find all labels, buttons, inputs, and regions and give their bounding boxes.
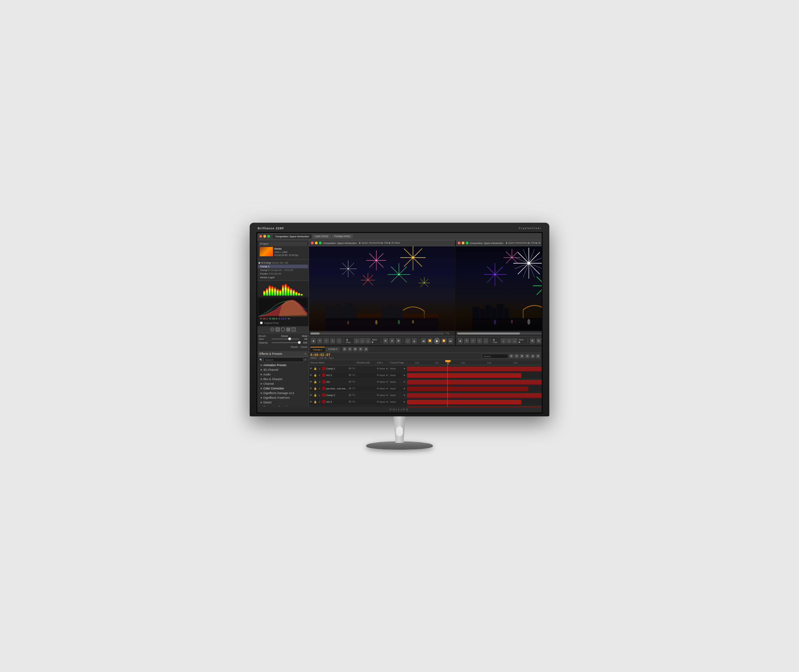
brush-clone[interactable]: Clone — [281, 334, 288, 338]
prev-btn-left[interactable]: ✕ — [317, 338, 322, 344]
eye-icon[interactable]: 👁 — [310, 367, 313, 370]
lock-icon[interactable]: 🔒 — [314, 374, 317, 377]
row-color[interactable] — [322, 380, 326, 384]
lock-icon[interactable]: 🔒 — [314, 367, 317, 370]
close-button-brush[interactable]: Close — [301, 346, 307, 349]
tl-r-1[interactable]: | — [501, 338, 506, 344]
lock-icon[interactable]: 🔒 — [314, 387, 317, 390]
grid-btn-right[interactable]: ⊟ — [536, 338, 541, 344]
link-arrow[interactable]: ▼ — [386, 374, 388, 376]
tree-item-footer[interactable]: Footer 0:01:50.00 — [258, 272, 308, 275]
eye-icon[interactable]: 👁 — [310, 400, 313, 403]
video-tab-right[interactable]: Composition: Space Introduction — [470, 242, 503, 244]
back-btn-left[interactable]: ⏪ — [428, 338, 432, 344]
row-color[interactable] — [322, 387, 326, 390]
effect-blur-sharpen[interactable]: ▶ Blur & Sharpen — [258, 377, 308, 381]
tool-icon-4[interactable] — [286, 328, 290, 331]
vol-btn-left[interactable]: ▲ — [412, 338, 417, 344]
solo-btn-left[interactable]: ⊞ — [383, 338, 388, 344]
tool-icon-5[interactable] — [291, 328, 296, 331]
tab-footage[interactable]: Footage (none) — [331, 234, 353, 238]
row-color[interactable] — [322, 367, 326, 370]
link-arrow[interactable]: ▼ — [386, 387, 388, 390]
effect-expression-controls[interactable]: ▶ Expression Controls — [258, 405, 308, 406]
eye-icon[interactable]: 👁 — [310, 374, 313, 377]
effect-distort[interactable]: ▶ Distort — [258, 400, 308, 405]
tree-item-comp1[interactable]: Comp 1 — [258, 265, 308, 268]
tl-r-btn-2[interactable]: ⊟ — [514, 354, 519, 358]
check-btn-left[interactable]: ✓ — [323, 338, 328, 344]
link-arrow[interactable]: ▼ — [386, 368, 388, 370]
row-color[interactable] — [322, 373, 326, 377]
fwd-btn-right[interactable]: + — [477, 338, 482, 344]
lock-icon[interactable]: 🔒 — [314, 381, 317, 384]
effect-digieffects-freeform[interactable]: ▶ Digieffects FreeForm — [258, 395, 308, 400]
tl-icon-4[interactable]: ☰ — [358, 347, 363, 352]
tl-r-btn-5[interactable]: ◈ — [530, 354, 535, 358]
tree-item-medialayer[interactable]: Media Layer — [258, 275, 308, 279]
tl-icon-2[interactable]: ⊟ — [347, 347, 352, 352]
tl-r-btn-6[interactable]: ⚙ — [536, 354, 540, 358]
maximize-button[interactable] — [267, 235, 270, 238]
play-btn-left[interactable]: ▶ — [434, 338, 440, 344]
tl-icon-3[interactable]: ⊠ — [353, 347, 357, 352]
end-btn-left[interactable]: ⏭ — [448, 338, 453, 344]
timecode-display[interactable]: 0;00:02:07 — [310, 353, 334, 357]
tab-layer[interactable]: Layer (none) — [312, 234, 331, 238]
prev-btn-right[interactable]: ✕ — [464, 338, 469, 344]
minimize-button[interactable] — [263, 235, 266, 238]
page-arrow[interactable]: ▼ — [403, 401, 405, 403]
max-btn-left[interactable] — [319, 242, 322, 244]
effect-audio[interactable]: ▶ Audio — [258, 372, 308, 377]
tool-icon-3[interactable] — [281, 328, 285, 331]
link-arrow[interactable]: ▼ — [386, 394, 388, 397]
eye-icon[interactable]: 👁 — [310, 387, 313, 390]
min-btn-left[interactable] — [315, 242, 318, 244]
check-btn-right[interactable]: ✓ — [471, 338, 476, 344]
link-arrow[interactable]: ▼ — [386, 401, 388, 403]
tl-r-3[interactable]: | — [512, 338, 517, 344]
stop-btn-right[interactable]: ■ — [458, 338, 463, 344]
progress-track-left[interactable] — [310, 333, 444, 334]
tree-item-comp2[interactable]: Comp 2 Composit... 0:01:50 — [258, 268, 308, 272]
effect-color-correction[interactable]: ▶ Color Correction — [258, 386, 308, 391]
tl-icon-5[interactable]: ◈ — [363, 347, 368, 352]
effect-3d-channel[interactable]: ▶ 3D Channel — [258, 368, 308, 372]
tl-r-btn-3[interactable]: ⊠ — [520, 354, 524, 358]
timeline-search[interactable] — [482, 354, 508, 358]
solo-btn-right[interactable]: ⊞ — [530, 338, 535, 344]
tab-comp1[interactable]: Comp 1 — [310, 347, 325, 352]
page-arrow[interactable]: ▼ — [403, 387, 405, 390]
rew-btn-left[interactable]: ⏮ — [421, 338, 426, 344]
stop-btn-left[interactable]: ■ — [311, 338, 316, 344]
grid-btn-left[interactable]: ⊟ — [389, 338, 394, 344]
eye-icon[interactable]: 👁 — [310, 394, 313, 397]
progress-track-right[interactable] — [457, 333, 542, 334]
eye-icon[interactable]: 👁 — [310, 381, 313, 384]
tl-3[interactable]: | — [365, 338, 370, 344]
page-arrow[interactable]: ▼ — [403, 374, 405, 376]
nav-btn-left[interactable]: → — [336, 338, 341, 344]
tab-comp2[interactable]: Comp 2 — [326, 347, 340, 352]
size-thumb[interactable] — [288, 338, 291, 340]
split-btn-left[interactable]: ⊠ — [396, 338, 401, 344]
tl-1[interactable]: | — [354, 338, 359, 344]
tool-icon-1[interactable] — [270, 328, 274, 331]
close-btn-left[interactable] — [311, 242, 314, 244]
brush-heal[interactable]: Heal — [302, 334, 307, 338]
video-tab-left[interactable]: Composition: Space Introduction — [323, 242, 357, 244]
nav-btn-right[interactable]: → — [484, 338, 488, 344]
tool-icon-2[interactable] — [275, 328, 280, 331]
ff-btn-left[interactable]: ⏩ — [442, 338, 447, 344]
tab-composition-space[interactable]: Composition: Space Introduction — [273, 234, 312, 238]
tl-r-btn-1[interactable]: ⊞ — [509, 354, 514, 358]
effects-menu-icon[interactable]: ☰ — [304, 358, 307, 362]
effect-digieffects-damage[interactable]: ▶ Digieffects Damage v2.5 — [258, 391, 308, 395]
link-arrow[interactable]: ▼ — [386, 381, 388, 383]
close-btn-right[interactable] — [458, 242, 460, 244]
min-btn-right[interactable] — [462, 242, 464, 244]
original-photo-checkbox[interactable] — [260, 322, 263, 324]
effects-search-input[interactable] — [263, 357, 304, 362]
close-button[interactable] — [259, 235, 262, 238]
effect-animation-presets[interactable]: ▶ Animation Presets — [258, 363, 308, 368]
